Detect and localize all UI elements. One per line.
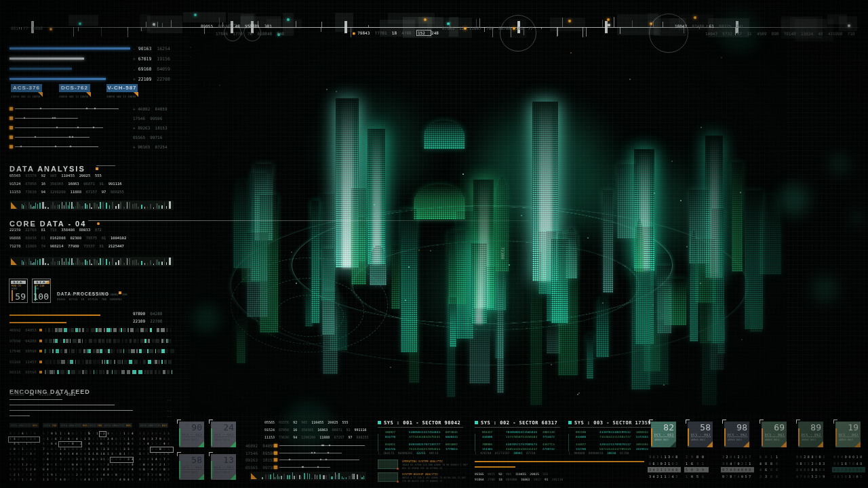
grid-digit: 7 bbox=[30, 432, 32, 435]
equalizer-bar bbox=[309, 474, 310, 479]
digit-token: 74 bbox=[41, 244, 50, 248]
feed-block bbox=[129, 360, 132, 364]
dcs-box[interactable]: 82DCS - 06248898 8913 bbox=[651, 422, 676, 447]
tag-subtext: 48898 488 13 48858 bbox=[59, 95, 88, 98]
slider-track[interactable] bbox=[15, 137, 90, 138]
digit-token: 110455 bbox=[311, 420, 328, 424]
grid-digit: 2 bbox=[159, 463, 161, 466]
grid-digit: 4 bbox=[163, 452, 165, 455]
equalizer-bar bbox=[123, 207, 125, 209]
equalizer-bar bbox=[64, 205, 64, 209]
gauge-dir-100[interactable]: D.I.R. RP-148 185 100 bbox=[32, 279, 51, 303]
slider-handle[interactable] bbox=[274, 451, 277, 455]
grid-digit: 3 bbox=[151, 473, 153, 476]
slider-handle[interactable] bbox=[9, 126, 13, 129]
feed-block bbox=[45, 360, 49, 364]
grid-digit: 8 bbox=[167, 458, 170, 461]
grid-digit: 4 bbox=[115, 452, 117, 455]
grid-digit: 6 bbox=[43, 468, 45, 471]
channel-tag-dcs-762[interactable]: DCS-762 bbox=[59, 84, 90, 92]
digit-token: 2125447 bbox=[108, 244, 129, 248]
corner-tick-icon bbox=[177, 420, 181, 424]
feed-block bbox=[53, 360, 56, 364]
dcs-box[interactable]: 90DCS - 06248898 84913 bbox=[179, 422, 204, 447]
grid-digit: 8 bbox=[80, 458, 82, 461]
encoding-line bbox=[9, 410, 133, 411]
grid-digit: 1 bbox=[26, 468, 28, 471]
grid-digit: 4 bbox=[18, 468, 20, 471]
channel-tag-v-ch-587[interactable]: V-CH-587 bbox=[106, 84, 138, 92]
grid-digit: 6 bbox=[55, 437, 57, 441]
grid-digit: 3 bbox=[143, 458, 145, 461]
dcs-box[interactable]: 69DCS - 06248898 8913 bbox=[762, 422, 787, 447]
dcs-box[interactable]: 19DCS - 06248898 8913 bbox=[835, 422, 861, 447]
slider-track[interactable] bbox=[15, 108, 119, 109]
ticker-dot bbox=[848, 24, 850, 27]
gauge-dir-59[interactable]: D.I.R. MHD-72 0365 59 bbox=[9, 279, 28, 303]
equalizer-bar bbox=[159, 205, 159, 209]
grid-header: DATA ANALYTIC 005 bbox=[9, 423, 39, 428]
bokeh-glow bbox=[850, 211, 864, 225]
corner-tick-icon bbox=[722, 420, 726, 424]
feed-block bbox=[75, 360, 76, 364]
corner-tick-icon bbox=[177, 452, 181, 456]
digit-token: 1290200 bbox=[50, 190, 71, 194]
slider-handle[interactable] bbox=[9, 117, 13, 120]
grid-digit: 3 bbox=[103, 437, 105, 441]
encoding-dash: -- bbox=[167, 397, 172, 402]
ticker-dot bbox=[694, 16, 696, 19]
equalizer-bar bbox=[319, 474, 321, 479]
slider-handle[interactable] bbox=[9, 145, 13, 148]
grid-digit: 3 bbox=[127, 463, 130, 466]
feed-block bbox=[85, 360, 88, 364]
feed-block bbox=[110, 370, 111, 374]
equalizer-bar bbox=[134, 203, 135, 209]
equalizer-bar bbox=[37, 204, 38, 209]
slider-track[interactable] bbox=[15, 146, 98, 147]
grid-header: DATA ANALYTIC 005 bbox=[103, 423, 132, 428]
grid-digit: 4 bbox=[30, 447, 32, 451]
feed-block bbox=[79, 328, 81, 332]
equalizer-bar bbox=[287, 475, 288, 479]
grid-digit: 7 bbox=[88, 473, 90, 476]
grid-digit: 4 bbox=[123, 442, 125, 445]
slider-value: 05565 99716 bbox=[245, 465, 275, 470]
dcs-box[interactable]: 58DCS - 06248898 84913 bbox=[179, 454, 204, 480]
slider-handle[interactable] bbox=[274, 458, 277, 462]
slider-handle[interactable] bbox=[274, 444, 277, 447]
equalizer-bar bbox=[277, 474, 278, 480]
feed-block bbox=[106, 339, 108, 343]
grid-digit: 5 bbox=[96, 447, 98, 451]
feed-block bbox=[123, 328, 126, 332]
ticker-tick bbox=[614, 17, 614, 27]
digit-grid-table: DATA ANALYTIC 00532341744421134945119238… bbox=[0, 423, 178, 488]
grid-digit: 1 bbox=[147, 452, 149, 455]
dcs-box[interactable]: 24DCS - 06248898 84913 bbox=[211, 422, 236, 447]
grid-digit: 4 bbox=[159, 458, 161, 461]
grid-header: DATA ANALYTIC 012 bbox=[139, 423, 168, 428]
ticker-cluster: 18047 87488 61 88325 241 bbox=[675, 24, 748, 28]
slider-handle[interactable] bbox=[9, 136, 13, 139]
dcs-box[interactable]: 58DCS - 06248898 8913 bbox=[688, 422, 713, 447]
digit-token: 991116 bbox=[108, 182, 127, 186]
dcs-box[interactable]: 13DCS - 06248898 84913 bbox=[211, 454, 236, 480]
grid-digit: 2 bbox=[14, 432, 16, 435]
dcs-box[interactable]: 98DCS - 06248898 8913 bbox=[724, 422, 749, 447]
dcs-box[interactable]: 89DCS - 06248898 8913 bbox=[798, 422, 823, 447]
number-row: 91524 87058 16 350365 16863 08871 91 991… bbox=[9, 182, 126, 186]
signal-bar bbox=[9, 58, 84, 60]
slider-handle[interactable] bbox=[274, 466, 277, 469]
feed-block bbox=[68, 328, 70, 332]
grid-digit: 1 bbox=[119, 437, 121, 441]
channel-tag-acs-376[interactable]: ACS-376 bbox=[11, 84, 42, 92]
slider-track[interactable] bbox=[15, 127, 103, 128]
grid-digit: 8 bbox=[51, 463, 53, 466]
slider-handle[interactable] bbox=[9, 107, 13, 110]
digit-token: 908214 bbox=[50, 244, 68, 248]
equalizer-bar bbox=[344, 477, 345, 479]
grid-digit: 9 bbox=[9, 442, 12, 445]
digit-token: 87058 bbox=[279, 428, 293, 432]
slider-track[interactable] bbox=[279, 467, 330, 468]
grid-digit: 3 bbox=[119, 473, 121, 476]
grid-digit: 4 bbox=[132, 437, 134, 441]
